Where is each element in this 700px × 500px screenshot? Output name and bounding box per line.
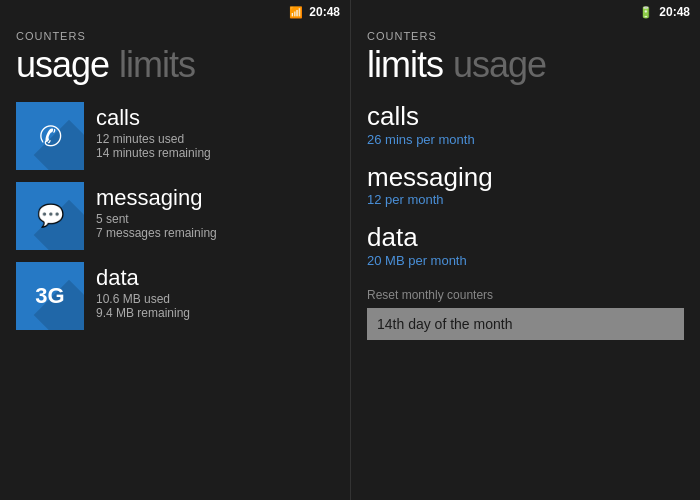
left-counters-label: COUNTERS bbox=[16, 30, 334, 42]
signal-icon: 📶 bbox=[289, 6, 303, 19]
reset-day-input[interactable]: 14th day of the month bbox=[367, 308, 684, 340]
calls-details: calls 12 minutes used 14 minutes remaini… bbox=[96, 102, 211, 160]
messaging-sub1: 5 sent bbox=[96, 212, 217, 226]
left-content: COUNTERS usage limits ✆ calls 12 minutes… bbox=[0, 22, 350, 500]
data-tile: 3G bbox=[16, 262, 84, 330]
message-icon: 💬 bbox=[37, 203, 64, 229]
left-time: 20:48 bbox=[309, 5, 340, 19]
calls-name: calls bbox=[96, 106, 211, 130]
right-time: 20:48 bbox=[659, 5, 690, 19]
left-panel: 📶 20:48 COUNTERS usage limits ✆ calls 12… bbox=[0, 0, 350, 500]
battery-icon: 🔋 bbox=[639, 6, 653, 19]
3g-icon: 3G bbox=[35, 283, 64, 309]
left-title-active[interactable]: usage bbox=[16, 44, 109, 86]
reset-label: Reset monthly counters bbox=[367, 288, 684, 302]
calls-limit-item[interactable]: calls 26 mins per month bbox=[367, 102, 684, 147]
messaging-name: messaging bbox=[96, 186, 217, 210]
messaging-details: messaging 5 sent 7 messages remaining bbox=[96, 182, 217, 240]
data-sub2: 9.4 MB remaining bbox=[96, 306, 190, 320]
calls-limit-name: calls bbox=[367, 102, 684, 131]
data-name: data bbox=[96, 266, 190, 290]
right-title-inactive[interactable]: usage bbox=[453, 44, 546, 86]
calls-limit-value: 26 mins per month bbox=[367, 132, 684, 147]
right-counters-label: COUNTERS bbox=[367, 30, 684, 42]
right-title-active[interactable]: limits bbox=[367, 44, 443, 86]
data-item[interactable]: 3G data 10.6 MB used 9.4 MB remaining bbox=[16, 262, 334, 330]
data-limit-value: 20 MB per month bbox=[367, 253, 684, 268]
left-title-row: usage limits bbox=[16, 44, 334, 86]
right-title-row: limits usage bbox=[367, 44, 684, 86]
data-sub1: 10.6 MB used bbox=[96, 292, 190, 306]
data-limit-item[interactable]: data 20 MB per month bbox=[367, 223, 684, 268]
phone-icon: ✆ bbox=[39, 120, 62, 153]
left-title-inactive[interactable]: limits bbox=[119, 44, 195, 86]
right-status-bar: 🔋 20:48 bbox=[351, 0, 700, 22]
messaging-limit-name: messaging bbox=[367, 163, 684, 192]
messaging-limit-item[interactable]: messaging 12 per month bbox=[367, 163, 684, 208]
right-panel: 🔋 20:48 COUNTERS limits usage calls 26 m… bbox=[350, 0, 700, 500]
calls-sub1: 12 minutes used bbox=[96, 132, 211, 146]
messaging-item[interactable]: 💬 messaging 5 sent 7 messages remaining bbox=[16, 182, 334, 250]
data-details: data 10.6 MB used 9.4 MB remaining bbox=[96, 262, 190, 320]
messaging-sub2: 7 messages remaining bbox=[96, 226, 217, 240]
data-limit-name: data bbox=[367, 223, 684, 252]
calls-tile: ✆ bbox=[16, 102, 84, 170]
reset-section: Reset monthly counters 14th day of the m… bbox=[367, 288, 684, 340]
right-content: COUNTERS limits usage calls 26 mins per … bbox=[351, 22, 700, 500]
messaging-tile: 💬 bbox=[16, 182, 84, 250]
calls-sub2: 14 minutes remaining bbox=[96, 146, 211, 160]
calls-item[interactable]: ✆ calls 12 minutes used 14 minutes remai… bbox=[16, 102, 334, 170]
left-status-bar: 📶 20:48 bbox=[0, 0, 350, 22]
messaging-limit-value: 12 per month bbox=[367, 192, 684, 207]
